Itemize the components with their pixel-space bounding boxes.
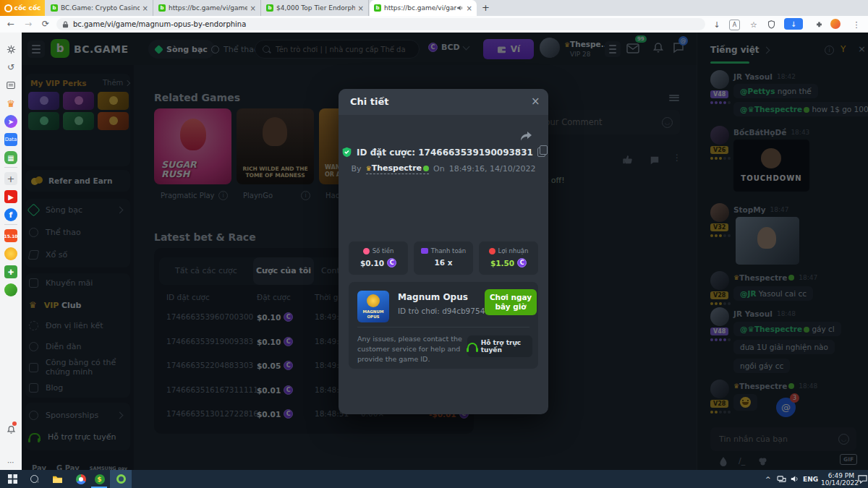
frog-emoji [423, 166, 429, 171]
stat-amount: Số tiền $0.10C [349, 241, 408, 275]
shield-reward-icon[interactable] [4, 247, 17, 260]
facebook-icon[interactable]: f [4, 208, 17, 221]
tab-audio-icon[interactable] [456, 4, 464, 12]
download-tray-icon[interactable]: ↓ [711, 19, 723, 30]
divider [4, 167, 17, 168]
divider [4, 224, 17, 225]
reload-icon[interactable]: ⟳ [42, 19, 49, 29]
dollar-app-icon[interactable]: $ [93, 472, 106, 486]
bet-datetime: 18:49:16, 14/10/2022 [449, 164, 536, 174]
modal-close-icon[interactable]: × [531, 95, 540, 108]
lock-icon [62, 21, 69, 28]
bcgame-favicon: b [51, 4, 58, 12]
sale-badge-icon[interactable]: 15.10 [4, 229, 17, 242]
red-dot-badge [12, 421, 17, 426]
messenger-icon[interactable]: ➤ [4, 115, 17, 128]
tab-close-icon[interactable]: × [250, 4, 256, 12]
game-info-box: MAGNUMOPUS Magnum Opus ID trò chơi: d94c… [349, 282, 538, 369]
action-center-icon[interactable] [858, 470, 867, 488]
data-app-icon[interactable]: Data [4, 133, 17, 146]
clock[interactable]: 6:49 PM10/14/2022 [821, 470, 854, 488]
bcgame-favicon: b [266, 4, 273, 12]
modal-title: Chi tiết [350, 96, 388, 107]
volume-icon[interactable] [790, 470, 799, 488]
browser-tab-4-active[interactable]: bhttps://bc.game/vi/game × [370, 0, 477, 16]
extensions-puzzle-icon[interactable] [813, 19, 825, 30]
bcd-coin-icon: C [517, 258, 527, 267]
url-text: bc.game/vi/game/magnum-opus-by-endorphin… [73, 20, 246, 28]
coccoc-logo[interactable]: cốc cốc [0, 0, 45, 16]
windows-taskbar: $ ^ ENG 6:49 PM10/14/2022 [0, 470, 868, 488]
chrome-icon[interactable] [74, 472, 88, 486]
profile-avatar[interactable] [830, 19, 841, 29]
history-icon[interactable]: ↺ [4, 61, 17, 74]
game-thumbnail[interactable]: MAGNUMOPUS [357, 291, 389, 322]
coccoc-dial-icon [4, 4, 12, 12]
play-now-button[interactable]: Chơi ngay bây giờ [485, 289, 537, 315]
gamepad-icon[interactable]: ▦ [4, 151, 17, 164]
settings-gear-icon[interactable] [4, 43, 17, 56]
browser-tab-2[interactable]: bhttps://bc.game/vi/game/the× [154, 0, 261, 16]
browser-tab-1[interactable]: bBC.Game: Crypto Casino Gan× [46, 0, 153, 16]
bettor-link[interactable]: ♛Thespectre [366, 163, 429, 174]
network-icon[interactable] [777, 470, 786, 488]
notification-bell-icon[interactable] [4, 423, 17, 436]
forward-icon[interactable]: → [25, 19, 32, 29]
brand-text: cốc cốc [14, 4, 41, 12]
plant-icon[interactable] [4, 283, 17, 296]
profit-icon [489, 248, 495, 254]
crown-icon[interactable]: ♛ [4, 97, 17, 110]
stat-profit: Lợi nhuận $1.50C [479, 241, 538, 275]
new-tab-button[interactable]: + [482, 2, 490, 13]
tray-expand-icon[interactable]: ^ [765, 470, 771, 488]
keyboard-language[interactable]: ENG [803, 470, 818, 488]
bcgame-page: b BC.GAME Sòng bạc Thể thao C BCD Ví [22, 33, 868, 470]
live-support-button[interactable]: Hỗ trợ trực tuyến [467, 335, 532, 357]
divider [357, 327, 529, 328]
crown-icon: ♛ [366, 165, 372, 172]
add-shortcut-icon[interactable]: + [4, 172, 17, 185]
browser-sidebar: ↺ ♛ ➤ Data ▦ + ▶ f 15.10 ✚ ⋯ [0, 33, 22, 470]
game-name: Magnum Opus [398, 292, 468, 302]
verified-shield-icon [341, 147, 352, 158]
translate-icon[interactable]: A [729, 20, 740, 30]
back-icon[interactable]: ← [7, 19, 14, 29]
address-bar: ← → ⟳ bc.game/vi/game/magnum-opus-by-end… [0, 16, 868, 33]
bet-details-modal: Chi tiết × ID đặt cược: 1746663539190093… [339, 89, 548, 414]
tab-close-icon[interactable]: × [142, 4, 148, 12]
file-explorer-icon[interactable] [51, 472, 64, 486]
stat-payout: Thanh toán 16 x [414, 241, 473, 275]
bet-id-text: ID đặt cược: 1746663539190093831 [357, 147, 533, 158]
support-note: Any issues, please contact the customer … [357, 334, 464, 364]
bookmark-star-icon[interactable]: ☆ [748, 19, 760, 30]
bcgame-favicon: b [374, 4, 381, 12]
more-dots-icon[interactable]: ⋯ [4, 455, 17, 468]
bcgame-favicon: b [158, 4, 166, 12]
download-manager-button[interactable]: ↓ [784, 18, 803, 30]
share-icon[interactable] [519, 131, 532, 145]
start-button[interactable] [6, 472, 20, 486]
reading-list-icon[interactable] [4, 79, 17, 92]
browser-tab-bar: cốc cốc bBC.Game: Crypto Casino Gan× bht… [0, 0, 868, 16]
coccoc-taskbar-active[interactable] [110, 470, 132, 488]
gift-icon[interactable]: ✚ [4, 265, 17, 278]
bcd-coin-icon: C [387, 258, 396, 267]
url-field[interactable]: bc.game/vi/game/magnum-opus-by-endorphin… [56, 18, 705, 30]
browser-tab-3[interactable]: b$4,000 Top Tier Endorphina× [262, 0, 369, 16]
payout-wallet-icon [421, 248, 428, 254]
taskbar-search-icon[interactable] [27, 472, 41, 486]
headset-icon [467, 343, 477, 351]
copy-icon[interactable] [537, 147, 545, 157]
amount-icon [363, 248, 370, 254]
tab-close-icon[interactable]: × [358, 4, 364, 12]
tab-close-icon[interactable]: × [467, 4, 472, 12]
browser-menu-kebab-icon[interactable]: ⋮ [851, 19, 862, 30]
youtube-icon[interactable]: ▶ [4, 190, 17, 203]
screen: cốc cốc bBC.Game: Crypto Casino Gan× bht… [0, 0, 868, 488]
shield-icon[interactable] [765, 19, 777, 30]
